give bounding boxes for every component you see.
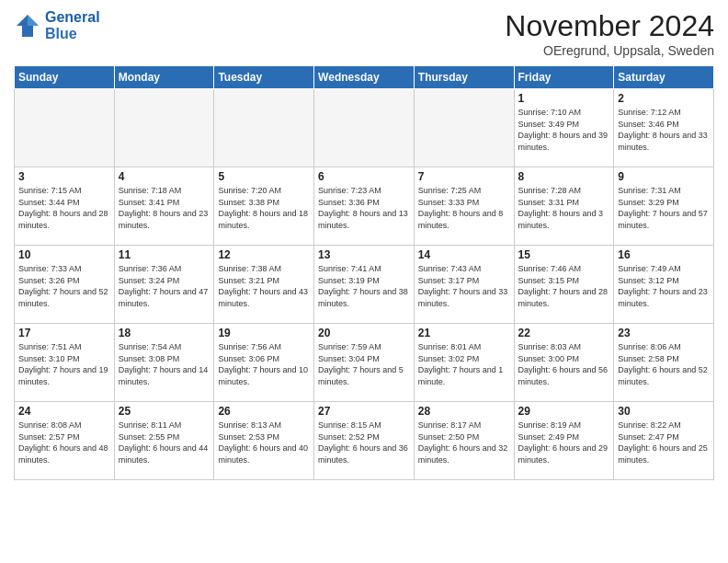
day-info: Sunrise: 7:15 AMSunset: 3:44 PMDaylight:… [18, 185, 110, 231]
week-row-3: 10Sunrise: 7:33 AMSunset: 3:26 PMDayligh… [15, 246, 714, 324]
day-number: 4 [119, 170, 210, 183]
calendar-cell: 10Sunrise: 7:33 AMSunset: 3:26 PMDayligh… [15, 246, 115, 324]
day-info: Sunrise: 7:31 AMSunset: 3:29 PMDaylight:… [618, 185, 710, 231]
day-number: 1 [518, 92, 610, 105]
weekday-header-thursday: Thursday [414, 66, 514, 89]
day-info: Sunrise: 7:38 AMSunset: 3:21 PMDaylight:… [218, 263, 310, 309]
calendar-cell [15, 89, 115, 167]
day-info: Sunrise: 7:59 AMSunset: 3:04 PMDaylight:… [318, 341, 410, 387]
day-info: Sunrise: 7:36 AMSunset: 3:24 PMDaylight:… [119, 263, 210, 309]
calendar-cell: 13Sunrise: 7:41 AMSunset: 3:19 PMDayligh… [314, 246, 415, 324]
logo-text: General Blue [45, 9, 100, 41]
calendar-cell: 26Sunrise: 8:13 AMSunset: 2:53 PMDayligh… [214, 402, 314, 480]
day-number: 13 [318, 248, 410, 261]
calendar-cell [114, 89, 214, 167]
calendar-cell: 28Sunrise: 8:17 AMSunset: 2:50 PMDayligh… [414, 402, 514, 480]
day-info: Sunrise: 8:06 AMSunset: 2:58 PMDaylight:… [618, 341, 710, 387]
day-info: Sunrise: 7:12 AMSunset: 3:46 PMDaylight:… [618, 107, 710, 153]
day-number: 7 [418, 170, 510, 183]
calendar-cell: 11Sunrise: 7:36 AMSunset: 3:24 PMDayligh… [114, 246, 214, 324]
month-title: November 2024 [505, 9, 714, 43]
day-info: Sunrise: 8:22 AMSunset: 2:47 PMDaylight:… [618, 419, 710, 465]
weekday-header-monday: Monday [114, 66, 214, 89]
calendar-cell [214, 89, 314, 167]
calendar-cell: 29Sunrise: 8:19 AMSunset: 2:49 PMDayligh… [514, 402, 614, 480]
day-number: 10 [18, 248, 110, 261]
week-row-4: 17Sunrise: 7:51 AMSunset: 3:10 PMDayligh… [15, 324, 714, 402]
day-number: 14 [418, 248, 510, 261]
calendar-cell: 15Sunrise: 7:46 AMSunset: 3:15 PMDayligh… [514, 246, 614, 324]
weekday-header-friday: Friday [514, 66, 614, 89]
weekday-header-wednesday: Wednesday [314, 66, 415, 89]
logo-icon [14, 12, 41, 40]
calendar-cell: 2Sunrise: 7:12 AMSunset: 3:46 PMDaylight… [614, 89, 714, 167]
day-info: Sunrise: 7:41 AMSunset: 3:19 PMDaylight:… [318, 263, 410, 309]
title-block: November 2024 OEregrund, Uppsala, Sweden [505, 9, 714, 58]
day-number: 25 [119, 405, 210, 418]
day-number: 28 [418, 405, 510, 418]
calendar-cell: 24Sunrise: 8:08 AMSunset: 2:57 PMDayligh… [15, 402, 115, 480]
day-info: Sunrise: 8:19 AMSunset: 2:49 PMDaylight:… [518, 419, 610, 465]
day-info: Sunrise: 7:54 AMSunset: 3:08 PMDaylight:… [119, 341, 210, 387]
day-info: Sunrise: 8:03 AMSunset: 3:00 PMDaylight:… [518, 341, 610, 387]
location: OEregrund, Uppsala, Sweden [505, 43, 714, 58]
calendar-cell: 7Sunrise: 7:25 AMSunset: 3:33 PMDaylight… [414, 167, 514, 246]
calendar-cell: 9Sunrise: 7:31 AMSunset: 3:29 PMDaylight… [614, 167, 714, 246]
day-number: 20 [318, 327, 410, 339]
week-row-5: 24Sunrise: 8:08 AMSunset: 2:57 PMDayligh… [15, 402, 714, 480]
calendar-cell: 3Sunrise: 7:15 AMSunset: 3:44 PMDaylight… [15, 167, 115, 246]
day-number: 3 [18, 170, 110, 183]
calendar-cell [414, 89, 514, 167]
calendar-cell: 20Sunrise: 7:59 AMSunset: 3:04 PMDayligh… [314, 324, 415, 402]
calendar-cell: 1Sunrise: 7:10 AMSunset: 3:49 PMDaylight… [514, 89, 614, 167]
logo: General Blue [14, 9, 100, 41]
calendar-cell: 30Sunrise: 8:22 AMSunset: 2:47 PMDayligh… [614, 402, 714, 480]
day-number: 11 [119, 248, 210, 261]
day-info: Sunrise: 7:56 AMSunset: 3:06 PMDaylight:… [218, 341, 310, 387]
day-number: 30 [618, 405, 710, 418]
day-number: 27 [318, 405, 410, 418]
day-info: Sunrise: 8:15 AMSunset: 2:52 PMDaylight:… [318, 419, 410, 465]
calendar-cell: 19Sunrise: 7:56 AMSunset: 3:06 PMDayligh… [214, 324, 314, 402]
weekday-header-saturday: Saturday [614, 66, 714, 89]
day-info: Sunrise: 8:13 AMSunset: 2:53 PMDaylight:… [218, 419, 310, 465]
calendar-cell: 8Sunrise: 7:28 AMSunset: 3:31 PMDaylight… [514, 167, 614, 246]
calendar-cell: 6Sunrise: 7:23 AMSunset: 3:36 PMDaylight… [314, 167, 415, 246]
day-number: 21 [418, 327, 510, 339]
day-info: Sunrise: 7:23 AMSunset: 3:36 PMDaylight:… [318, 185, 410, 231]
calendar-table: SundayMondayTuesdayWednesdayThursdayFrid… [14, 65, 714, 480]
calendar-cell: 14Sunrise: 7:43 AMSunset: 3:17 PMDayligh… [414, 246, 514, 324]
day-number: 29 [518, 405, 610, 418]
day-number: 2 [618, 92, 710, 105]
weekday-header-sunday: Sunday [15, 66, 115, 89]
weekday-header-row: SundayMondayTuesdayWednesdayThursdayFrid… [15, 66, 714, 89]
day-number: 17 [18, 327, 110, 339]
day-info: Sunrise: 7:20 AMSunset: 3:38 PMDaylight:… [218, 185, 310, 231]
day-number: 15 [518, 248, 610, 261]
svg-marker-1 [28, 15, 39, 26]
day-number: 19 [218, 327, 310, 339]
calendar-cell: 21Sunrise: 8:01 AMSunset: 3:02 PMDayligh… [414, 324, 514, 402]
day-number: 24 [18, 405, 110, 418]
calendar-cell: 27Sunrise: 8:15 AMSunset: 2:52 PMDayligh… [314, 402, 415, 480]
calendar-cell: 16Sunrise: 7:49 AMSunset: 3:12 PMDayligh… [614, 246, 714, 324]
day-info: Sunrise: 8:01 AMSunset: 3:02 PMDaylight:… [418, 341, 510, 387]
day-info: Sunrise: 7:51 AMSunset: 3:10 PMDaylight:… [18, 341, 110, 387]
day-info: Sunrise: 7:33 AMSunset: 3:26 PMDaylight:… [18, 263, 110, 309]
calendar-cell: 22Sunrise: 8:03 AMSunset: 3:00 PMDayligh… [514, 324, 614, 402]
week-row-1: 1Sunrise: 7:10 AMSunset: 3:49 PMDaylight… [15, 89, 714, 167]
day-number: 6 [318, 170, 410, 183]
calendar-cell: 23Sunrise: 8:06 AMSunset: 2:58 PMDayligh… [614, 324, 714, 402]
day-number: 5 [218, 170, 310, 183]
calendar-cell [314, 89, 415, 167]
day-number: 16 [618, 248, 710, 261]
day-info: Sunrise: 7:49 AMSunset: 3:12 PMDaylight:… [618, 263, 710, 309]
calendar-cell: 17Sunrise: 7:51 AMSunset: 3:10 PMDayligh… [15, 324, 115, 402]
day-number: 8 [518, 170, 610, 183]
day-number: 9 [618, 170, 710, 183]
day-info: Sunrise: 7:25 AMSunset: 3:33 PMDaylight:… [418, 185, 510, 231]
calendar-cell: 4Sunrise: 7:18 AMSunset: 3:41 PMDaylight… [114, 167, 214, 246]
day-info: Sunrise: 7:43 AMSunset: 3:17 PMDaylight:… [418, 263, 510, 309]
day-info: Sunrise: 8:17 AMSunset: 2:50 PMDaylight:… [418, 419, 510, 465]
day-info: Sunrise: 7:10 AMSunset: 3:49 PMDaylight:… [518, 107, 610, 153]
